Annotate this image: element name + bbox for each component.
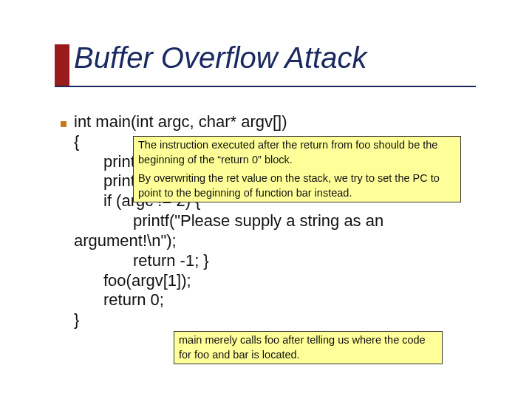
- callout-bottom: main merely calls foo after telling us w…: [174, 331, 443, 364]
- slide-title: Buffer Overflow Attack: [74, 41, 366, 75]
- code-line: }: [74, 310, 473, 330]
- title-underline: [55, 86, 476, 87]
- code-line: return 0;: [103, 290, 473, 310]
- callout-text: main merely calls foo after telling us w…: [179, 334, 426, 361]
- callout-top: The instruction executed after the retur…: [133, 136, 461, 202]
- bullet-icon: [61, 121, 66, 127]
- callout-text: The instruction executed after the retur…: [138, 138, 456, 167]
- title-accent-bar: [55, 44, 69, 86]
- code-line: return -1; }: [133, 251, 473, 271]
- code-line: argument!\n");: [74, 231, 473, 251]
- code-line: foo(argv[1]);: [103, 271, 473, 291]
- code-line: int main(int argc, char* argv[]): [74, 112, 473, 132]
- code-line: printf("Please supply a string as an: [133, 211, 473, 231]
- callout-text: By overwriting the ret value on the stac…: [138, 171, 456, 200]
